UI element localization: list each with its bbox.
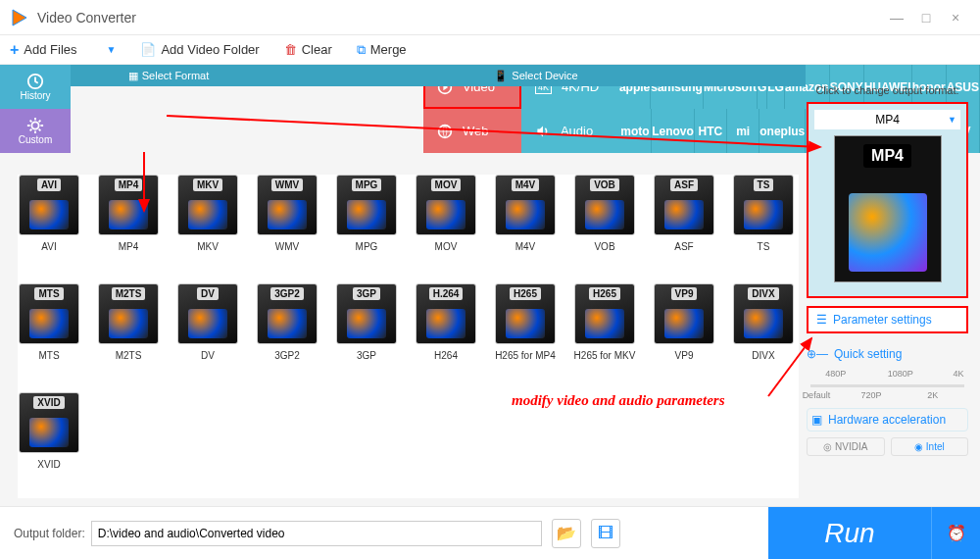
- format-divx[interactable]: DIVXDIVX: [732, 283, 795, 376]
- format-m4v[interactable]: M4VM4V: [494, 175, 557, 267]
- open-output-button[interactable]: 🎞: [591, 519, 620, 548]
- schedule-button[interactable]: ⏰: [931, 507, 980, 560]
- format-icon: MPG: [336, 175, 397, 235]
- folder-open-icon: 📂: [557, 524, 576, 542]
- format-icon: WMV: [257, 175, 318, 235]
- format-wmv[interactable]: WMVWMV: [256, 175, 318, 267]
- format-label: XVID: [37, 459, 60, 470]
- format-art-icon: [109, 200, 148, 229]
- hardware-accel-label: Hardware acceleration: [828, 413, 946, 427]
- format-badge: ASF: [670, 178, 698, 191]
- format-badge: M4V: [512, 178, 540, 191]
- output-format-selected: MP4: [875, 113, 900, 127]
- format-3gp[interactable]: 3GP3GP: [335, 283, 398, 376]
- format-vp9[interactable]: VP9VP9: [653, 283, 715, 376]
- format-label: M4V: [515, 241, 536, 252]
- format-tab-icon: ▦: [128, 70, 138, 82]
- slider-1080p: 1080P: [888, 369, 913, 379]
- format-art-icon: [585, 309, 624, 338]
- format-h264[interactable]: H.264H264: [415, 283, 477, 376]
- format-icon: H.264: [416, 283, 476, 344]
- format-art-icon: [744, 200, 783, 229]
- format-label: WMV: [275, 241, 299, 252]
- brand-lenovo[interactable]: Lenovo: [652, 109, 695, 153]
- brand-mi[interactable]: mi: [727, 109, 760, 153]
- category-web[interactable]: Web: [423, 109, 521, 153]
- run-button[interactable]: Run: [768, 507, 931, 560]
- output-folder-input[interactable]: [91, 521, 542, 546]
- format-label: 3GP: [357, 350, 376, 361]
- category-audio[interactable]: Audio: [521, 109, 619, 153]
- format-badge: DIVX: [748, 287, 778, 300]
- format-label: TS: [758, 241, 770, 252]
- format-ts[interactable]: TSTS: [732, 175, 795, 267]
- intel-chip[interactable]: ◉ Intel: [891, 437, 969, 456]
- window-title: Video Converter: [37, 10, 882, 25]
- format-mkv[interactable]: MKVMKV: [176, 175, 239, 267]
- custom-button[interactable]: Custom: [0, 109, 71, 153]
- format-h265-for-mkv[interactable]: H265H265 for MKV: [573, 283, 636, 376]
- format-vob[interactable]: VOBVOB: [573, 175, 636, 267]
- format-label: DV: [201, 350, 215, 361]
- custom-label: Custom: [19, 134, 52, 145]
- format-icon: VOB: [574, 175, 635, 235]
- brand-moto[interactable]: moto: [619, 109, 652, 153]
- svg-marker-0: [13, 10, 26, 25]
- format-label: VOB: [594, 241, 614, 252]
- format-asf[interactable]: ASFASF: [653, 175, 715, 267]
- format-art-icon: [347, 309, 386, 338]
- format-dv[interactable]: DVDV: [176, 283, 239, 376]
- format-mp4[interactable]: MP4MP4: [97, 175, 160, 267]
- output-format-select[interactable]: MP4: [814, 110, 960, 129]
- format-m2ts[interactable]: M2TSM2TS: [97, 283, 160, 376]
- format-mov[interactable]: MOVMOV: [415, 175, 477, 267]
- format-badge: AVI: [37, 178, 61, 191]
- nvidia-chip[interactable]: ◎ NVIDIA: [807, 437, 885, 456]
- browse-folder-button[interactable]: 📂: [552, 519, 581, 548]
- parameter-settings-label: Parameter settings: [833, 313, 932, 327]
- minimize-button[interactable]: —: [882, 10, 911, 25]
- output-format-box[interactable]: MP4 MP4: [807, 102, 968, 298]
- quality-slider[interactable]: 480P 1080P 4K Default 720P 2K: [807, 369, 968, 402]
- format-mpg[interactable]: MPGMPG: [335, 175, 398, 267]
- close-button[interactable]: ×: [941, 10, 970, 25]
- format-badge: 3GP2: [270, 287, 304, 300]
- format-h265-for-mp4[interactable]: H265H265 for MP4: [494, 283, 557, 376]
- output-folder-label: Output folder:: [14, 527, 85, 540]
- maximize-button[interactable]: □: [911, 10, 941, 25]
- app-logo-icon: [10, 8, 29, 27]
- brand-htc[interactable]: HTC: [695, 109, 727, 153]
- intel-label: Intel: [926, 441, 945, 452]
- format-art-icon: [29, 418, 69, 447]
- plus-icon: +: [10, 41, 19, 59]
- format-label: MTS: [38, 350, 59, 361]
- format-label: H265 for MKV: [574, 350, 636, 361]
- format-badge: DV: [197, 287, 219, 300]
- quick-setting-toggle[interactable]: ⊕— Quick setting: [807, 347, 968, 361]
- hardware-accel-toggle[interactable]: ▣ Hardware acceleration: [807, 408, 968, 432]
- format-label: H264: [434, 350, 458, 361]
- slider-default: Default: [803, 390, 831, 400]
- format-label: M2TS: [116, 350, 142, 361]
- tab-select-format[interactable]: ▦ Select Format: [71, 65, 267, 86]
- brand-oneplus[interactable]: oneplus: [760, 109, 806, 153]
- slider-4k: 4K: [954, 369, 964, 379]
- format-badge: MOV: [431, 178, 462, 191]
- format-icon: 3GP: [336, 283, 397, 344]
- format-xvid[interactable]: XVIDXVID: [18, 392, 80, 484]
- format-label: VP9: [675, 350, 694, 361]
- format-icon: VP9: [654, 283, 714, 344]
- slider-480p: 480P: [825, 369, 846, 379]
- format-art-icon: [347, 200, 386, 229]
- format-3gp2[interactable]: 3GP23GP2: [256, 283, 318, 376]
- history-button[interactable]: History: [0, 65, 71, 109]
- parameter-settings-button[interactable]: ☰ Parameter settings: [807, 306, 968, 333]
- format-icon: DIVX: [733, 283, 794, 344]
- format-label: ASF: [674, 241, 693, 252]
- format-badge: H265: [589, 287, 620, 300]
- sliders-icon: ☰: [816, 313, 827, 327]
- format-mts[interactable]: MTSMTS: [18, 283, 80, 376]
- format-avi[interactable]: AVIAVI: [18, 175, 80, 267]
- tab-select-device[interactable]: 📱 Select Device: [267, 65, 806, 86]
- history-label: History: [20, 90, 50, 101]
